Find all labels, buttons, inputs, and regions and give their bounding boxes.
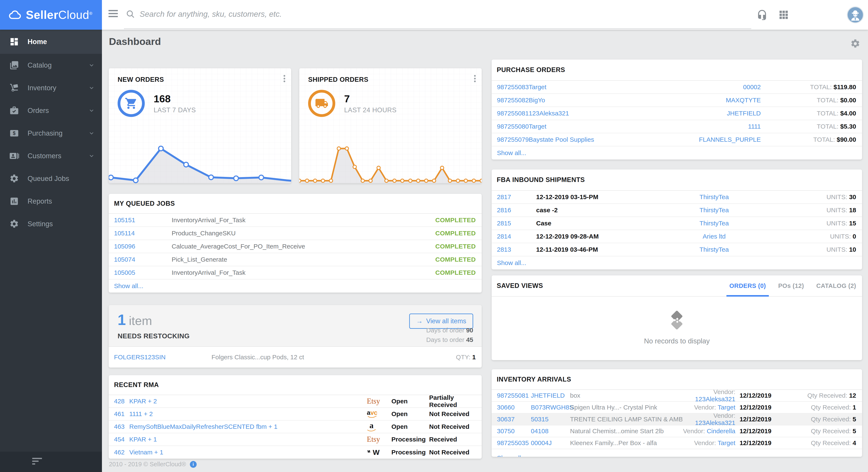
po-id-link[interactable]: 987255082 bbox=[497, 97, 529, 104]
po-id-link[interactable]: 987255081 bbox=[497, 110, 529, 117]
arrival-desc: TRENTE CEILING LAMP SATIN & AMBER bbox=[570, 416, 682, 423]
job-status-badge: COMPLETED bbox=[435, 243, 476, 250]
shipment-id-link[interactable]: 2814 bbox=[497, 233, 536, 240]
arrival-sku-link[interactable]: 50315 bbox=[531, 416, 570, 423]
po-customer-link[interactable]: 123Aleksa321 bbox=[529, 110, 697, 117]
vendor-link[interactable]: Target bbox=[718, 404, 735, 411]
shipment-company-link[interactable]: ThirstyTea bbox=[661, 220, 767, 227]
arrival-sku-link[interactable]: JHETFIELD bbox=[531, 392, 570, 399]
sidebar-item-reports[interactable]: Reports bbox=[0, 190, 102, 213]
po-ref-link[interactable]: 1111 bbox=[697, 123, 761, 130]
sidebar-item-settings[interactable]: Settings bbox=[0, 213, 102, 235]
po-customer-link[interactable]: Target bbox=[529, 84, 697, 91]
shipment-id-link[interactable]: 2813 bbox=[497, 246, 536, 253]
fba-shipment-row: 2813 12-11-2019 03-46-PM ThirstyTea UNIT… bbox=[492, 243, 862, 256]
arrival-id-link[interactable]: 987255081 bbox=[497, 392, 531, 399]
rma-name-link[interactable]: RemySoftBlueMaxDailyRefresherSCENTED fbm… bbox=[129, 423, 367, 430]
shipment-id-link[interactable]: 2817 bbox=[497, 193, 536, 200]
po-customer-link[interactable]: Baystate Pool Supplies bbox=[529, 136, 697, 143]
user-avatar[interactable] bbox=[847, 6, 864, 23]
job-id-link[interactable]: 105114 bbox=[114, 230, 172, 237]
shipment-id-link[interactable]: 2816 bbox=[497, 207, 536, 214]
po-ref-link[interactable]: FLANNELS_PURPLE bbox=[697, 136, 761, 143]
footer: 2010 - 2019 © SellerCloud® i bbox=[109, 461, 197, 468]
shipment-company-link[interactable]: ThirstyTea bbox=[661, 207, 767, 214]
arrival-id-link[interactable]: 30660 bbox=[497, 404, 531, 411]
sidebar-item-inventory[interactable]: Inventory bbox=[0, 76, 102, 99]
vendor-link[interactable]: 123Aleksa321 bbox=[695, 419, 735, 426]
job-id-link[interactable]: 105096 bbox=[114, 243, 172, 250]
vendor-link[interactable]: 123Aleksa321 bbox=[695, 396, 735, 403]
shipment-desc: 12-11-2019 03-46-PM bbox=[536, 246, 661, 253]
sidebar-item-orders[interactable]: Orders bbox=[0, 99, 102, 122]
po-ref-link[interactable]: JHETFIELD bbox=[697, 110, 761, 117]
vendor-link[interactable]: Cinderella bbox=[707, 428, 735, 435]
po-customer-link[interactable]: Target bbox=[529, 123, 697, 130]
job-id-link[interactable]: 105074 bbox=[114, 256, 172, 263]
rma-name-link[interactable]: Vietnam + 1 bbox=[129, 449, 367, 456]
rma-name-link[interactable]: KPAR + 1 bbox=[129, 436, 367, 443]
card-menu-kebab-icon[interactable] bbox=[283, 75, 285, 83]
menu-toggle-icon[interactable] bbox=[108, 10, 118, 20]
sidebar-item-customers[interactable]: Customers bbox=[0, 145, 102, 167]
po-id-link[interactable]: 987255080 bbox=[497, 123, 529, 130]
panel-title: MY QUEUED JOBS bbox=[109, 194, 482, 214]
rma-name-link[interactable]: 1111 + 2 bbox=[129, 410, 367, 417]
arrival-sku-link[interactable]: B073RWGH8S bbox=[531, 404, 570, 411]
rma-id-link[interactable]: 454 bbox=[114, 436, 129, 443]
tab-orders[interactable]: ORDERS (0) bbox=[730, 275, 766, 296]
arrival-id-link[interactable]: 30637 bbox=[497, 416, 531, 423]
rma-id-link[interactable]: 461 bbox=[114, 410, 129, 417]
po-id-link[interactable]: 987255079 bbox=[497, 136, 529, 143]
tab-pos[interactable]: POs (12) bbox=[778, 275, 804, 296]
card-menu-kebab-icon[interactable] bbox=[474, 75, 476, 83]
sku-link[interactable]: FOLGERS123SIN bbox=[114, 353, 212, 361]
arrival-date: 12/12/2019 bbox=[735, 439, 776, 447]
vendor-link[interactable]: Target bbox=[718, 439, 735, 446]
arrival-sku-link[interactable]: 00004J bbox=[531, 439, 570, 447]
shipment-id-link[interactable]: 2815 bbox=[497, 220, 536, 227]
tab-catalog[interactable]: CATALOG (2) bbox=[816, 275, 856, 296]
inventory-arrival-row: 987255081 JHETFIELD box Vendor: 123Aleks… bbox=[492, 390, 862, 402]
arrival-id-link[interactable]: 30750 bbox=[497, 428, 531, 435]
apps-grid-icon[interactable] bbox=[778, 9, 789, 20]
dashboard-settings-gear-icon[interactable] bbox=[850, 38, 860, 49]
rma-id-link[interactable]: 428 bbox=[114, 398, 129, 405]
show-all-link[interactable]: Show all... bbox=[492, 256, 862, 270]
rma-status: Open bbox=[392, 398, 429, 405]
sidebar-item-home[interactable]: Home bbox=[0, 30, 102, 54]
brand-logo[interactable]: SellerCloud® bbox=[0, 0, 102, 30]
inventory-arrival-row: 987255035 00004J Kleenex Family...Per Bo… bbox=[492, 437, 862, 449]
rma-id-link[interactable]: 462 bbox=[114, 449, 129, 456]
shipment-company-link[interactable]: ThirstyTea bbox=[661, 193, 767, 200]
arrival-vendor: Vendor: 123Aleksa321 bbox=[682, 412, 735, 427]
job-task: InventoryArrival_For_Task bbox=[172, 269, 435, 276]
show-all-link[interactable]: Show all... bbox=[492, 449, 862, 457]
sidebar-item-catalog[interactable]: Catalog bbox=[0, 54, 102, 76]
po-ref-link[interactable]: MAXQTYTE bbox=[697, 97, 761, 104]
info-icon[interactable]: i bbox=[190, 461, 197, 468]
job-task: Products_ChangeSKU bbox=[172, 230, 435, 237]
support-headset-icon[interactable] bbox=[756, 9, 768, 21]
po-customer-link[interactable]: BigYo bbox=[529, 97, 697, 104]
show-all-link[interactable]: Show all... bbox=[492, 147, 862, 159]
arrival-sku-link[interactable]: 04108 bbox=[531, 428, 570, 435]
sidebar-item-purchasing[interactable]: $ Purchasing bbox=[0, 122, 102, 145]
search-input[interactable] bbox=[140, 10, 751, 19]
sidebar-collapse-icon[interactable] bbox=[0, 452, 102, 472]
rma-id-link[interactable]: 463 bbox=[114, 423, 129, 430]
shipment-company-link[interactable]: Aries ltd bbox=[661, 233, 767, 240]
job-id-link[interactable]: 105005 bbox=[114, 269, 172, 276]
arrival-id-link[interactable]: 987255035 bbox=[497, 439, 531, 447]
rma-row: 454 KPAR + 1 Etsy Processing Received bbox=[109, 433, 482, 446]
po-ref-link[interactable]: 00002 bbox=[697, 84, 761, 91]
arrival-date: 12/12/2019 bbox=[735, 416, 776, 423]
po-id-link[interactable]: 987255083 bbox=[497, 84, 529, 91]
rma-row: 462 Vietnam + 1 W Processing Not Receive… bbox=[109, 446, 482, 459]
sidebar-item-queued-jobs[interactable]: Queued Jobs bbox=[0, 167, 102, 190]
rma-name-link[interactable]: KPAR + 2 bbox=[129, 398, 367, 405]
job-id-link[interactable]: 105151 bbox=[114, 217, 172, 224]
shipment-company-link[interactable]: ThirstyTea bbox=[661, 246, 767, 253]
show-all-link[interactable]: Show all... bbox=[109, 279, 482, 292]
etsy-logo-icon: Etsy bbox=[367, 435, 392, 444]
